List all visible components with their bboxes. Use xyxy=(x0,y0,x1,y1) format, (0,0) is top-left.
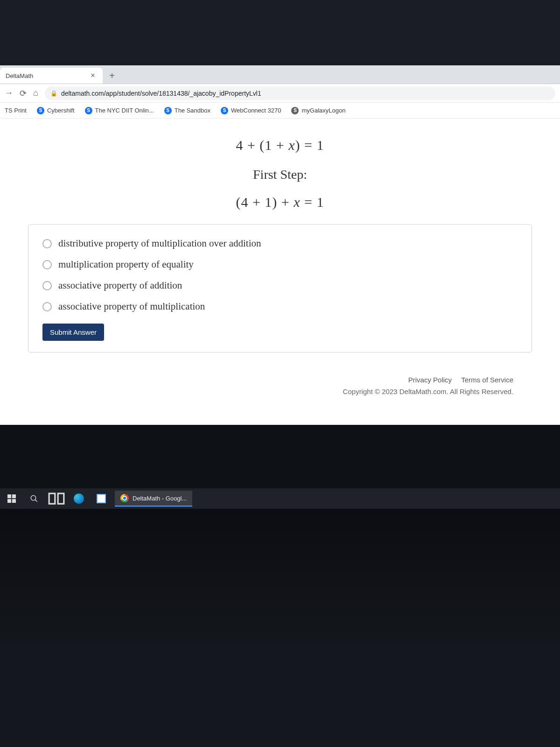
globe-icon: S xyxy=(85,107,92,114)
monitor-screen: DeltaMath × + → ⟳ ⌂ 🔒 deltamath.com/app/… xyxy=(0,65,560,747)
terms-link[interactable]: Terms of Service xyxy=(461,376,513,384)
option-assoc-multiplication[interactable]: associative property of multiplication xyxy=(42,301,518,312)
bookmark-nyc-diit[interactable]: S The NYC DIIT Onlin... xyxy=(85,107,154,114)
option-distributive[interactable]: distributive property of multiplication … xyxy=(42,238,518,249)
search-icon[interactable] xyxy=(25,490,43,507)
url-text: deltamath.com/app/student/solve/18131438… xyxy=(61,90,261,97)
problem-equation: 4 + (1 + x) = 1 xyxy=(28,137,532,153)
bookmark-label: WebConnect 3270 xyxy=(231,107,281,114)
option-label: associative property of multiplication xyxy=(58,301,205,312)
bookmark-webconnect[interactable]: S WebConnect 3270 xyxy=(221,107,281,114)
radio-icon[interactable] xyxy=(42,281,52,290)
globe-icon: S xyxy=(164,107,172,114)
bookmark-label: The Sandbox xyxy=(175,107,210,114)
privacy-link[interactable]: Privacy Policy xyxy=(408,376,452,384)
url-input[interactable]: 🔒 deltamath.com/app/student/solve/181314… xyxy=(45,86,555,100)
option-label: distributive property of multiplication … xyxy=(58,238,261,249)
copyright-text: Copyright © 2023 DeltaMath.com. All Righ… xyxy=(28,388,513,395)
bookmark-cybershift[interactable]: S Cybershift xyxy=(37,107,75,114)
svg-rect-2 xyxy=(7,499,11,503)
reload-icon[interactable]: ⟳ xyxy=(20,88,27,99)
bookmark-label: myGalaxyLogon xyxy=(301,107,345,114)
globe-icon: S xyxy=(221,107,228,114)
svg-rect-7 xyxy=(58,493,64,504)
globe-icon: S xyxy=(291,107,299,114)
option-assoc-addition[interactable]: associative property of addition xyxy=(42,280,518,291)
step-heading: First Step: xyxy=(28,167,532,182)
bookmark-label: Cybershift xyxy=(47,107,75,114)
page-content: 4 + (1 + x) = 1 First Step: (4 + 1) + x … xyxy=(0,119,560,414)
svg-rect-1 xyxy=(12,494,16,498)
taskbar-app-label: DeltaMath - Googl... xyxy=(133,495,187,502)
bookmark-ts-print[interactable]: TS Print xyxy=(5,107,27,114)
answer-card: distributive property of multiplication … xyxy=(28,224,532,352)
svg-rect-0 xyxy=(7,494,11,498)
page-footer: Privacy Policy Terms of Service Copyrigh… xyxy=(28,376,532,395)
lock-icon: 🔒 xyxy=(50,90,57,97)
submit-button[interactable]: Submit Answer xyxy=(42,324,104,341)
home-icon[interactable]: ⌂ xyxy=(33,88,38,98)
radio-icon[interactable] xyxy=(42,302,52,311)
edge-icon[interactable] xyxy=(70,490,88,507)
tab-strip: DeltaMath × + xyxy=(0,65,560,84)
bookmark-mygalaxy[interactable]: S myGalaxyLogon xyxy=(291,107,345,114)
new-tab-button[interactable]: + xyxy=(105,69,119,82)
svg-rect-6 xyxy=(49,493,55,504)
monitor-reflection xyxy=(0,509,560,747)
svg-point-4 xyxy=(31,495,36,500)
bookmark-label: TS Print xyxy=(5,107,27,114)
bookmark-label: The NYC DIIT Onlin... xyxy=(95,107,154,114)
option-label: associative property of addition xyxy=(58,280,182,291)
option-label: multiplication property of equality xyxy=(58,259,194,270)
radio-icon[interactable] xyxy=(42,260,52,269)
step-equation: (4 + 1) + x = 1 xyxy=(28,194,532,210)
browser-window: DeltaMath × + → ⟳ ⌂ 🔒 deltamath.com/app/… xyxy=(0,65,560,425)
svg-line-5 xyxy=(35,500,37,502)
windows-taskbar: DeltaMath - Googl... xyxy=(0,488,560,509)
bookmarks-bar: TS Print S Cybershift S The NYC DIIT Onl… xyxy=(0,103,560,119)
svg-rect-3 xyxy=(12,499,16,503)
bookmark-sandbox[interactable]: S The Sandbox xyxy=(164,107,210,114)
forward-icon[interactable]: → xyxy=(5,88,13,98)
radio-icon[interactable] xyxy=(42,239,52,248)
store-icon[interactable] xyxy=(92,490,110,507)
option-mult-equality[interactable]: multiplication property of equality xyxy=(42,259,518,270)
taskbar-app-chrome[interactable]: DeltaMath - Googl... xyxy=(115,491,192,507)
globe-icon: S xyxy=(37,107,44,114)
address-bar: → ⟳ ⌂ 🔒 deltamath.com/app/student/solve/… xyxy=(0,84,560,103)
start-button[interactable] xyxy=(3,490,21,507)
close-icon[interactable]: × xyxy=(89,71,97,80)
task-view-icon[interactable] xyxy=(48,490,65,507)
tab-title: DeltaMath xyxy=(6,72,33,79)
chrome-icon xyxy=(120,494,129,502)
browser-tab-active[interactable]: DeltaMath × xyxy=(0,68,103,84)
